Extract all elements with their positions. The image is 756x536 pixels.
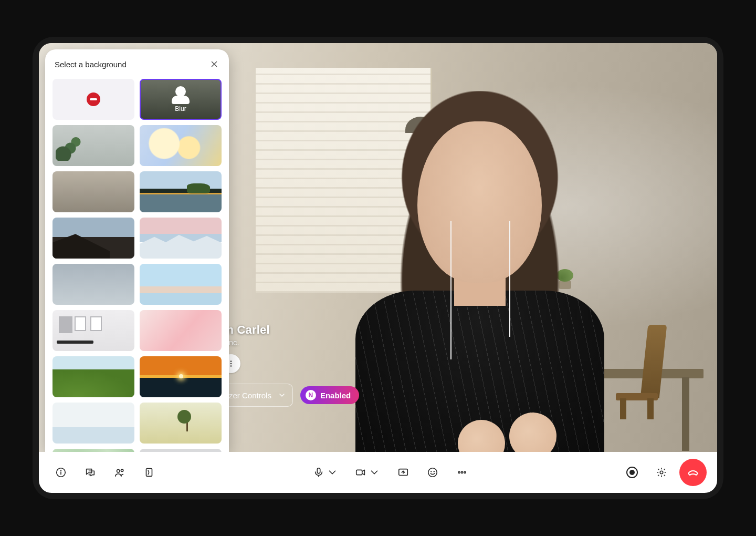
info-button[interactable] [49, 461, 72, 484]
enabled-label: Enabled [320, 391, 351, 400]
panel-title: Select a background [55, 60, 127, 69]
svg-rect-13 [356, 470, 362, 475]
record-button[interactable] [621, 461, 644, 484]
apps-button[interactable] [138, 461, 161, 484]
smile-icon [427, 467, 438, 478]
svg-point-1 [230, 360, 232, 362]
bg-option-green[interactable] [52, 449, 134, 452]
app-frame: Kristin Carlel erolabs, Inc. Organizer C… [33, 37, 723, 499]
bg-option-bokeh[interactable] [140, 125, 222, 166]
toolbar [39, 452, 717, 493]
mic-icon [313, 467, 324, 478]
apps-icon [143, 467, 155, 478]
record-icon [626, 467, 638, 478]
bg-option-grey-mountain[interactable] [140, 449, 222, 452]
enabled-badge[interactable]: N Enabled [300, 386, 359, 404]
svg-point-19 [461, 471, 463, 473]
camera-button[interactable] [350, 461, 385, 484]
chevron-down-icon [369, 467, 380, 478]
settings-button[interactable] [650, 461, 673, 484]
blur-label: Blur [175, 105, 186, 112]
bg-option-mountain-snow[interactable] [140, 218, 222, 259]
reactions-button[interactable] [421, 461, 444, 484]
participants-button[interactable] [108, 461, 131, 484]
chevron-down-icon [278, 391, 286, 399]
more-icon [456, 467, 468, 478]
none-icon [87, 92, 100, 106]
svg-point-10 [121, 469, 123, 471]
bg-option-none[interactable] [52, 79, 134, 120]
svg-point-16 [431, 471, 432, 472]
bg-option-pink[interactable] [140, 310, 222, 351]
bg-option-wood[interactable] [52, 171, 134, 212]
more-button[interactable] [450, 461, 474, 484]
info-icon [55, 467, 67, 478]
camera-icon [355, 467, 366, 478]
bg-option-ice[interactable] [52, 403, 134, 444]
svg-point-3 [230, 365, 232, 366]
badge-glyph: N [306, 390, 316, 400]
svg-point-15 [428, 468, 437, 477]
bg-option-mountain-dark[interactable] [52, 218, 134, 259]
bg-option-tree[interactable] [140, 403, 222, 444]
share-screen-icon [397, 467, 409, 478]
mic-button[interactable] [308, 461, 343, 484]
bg-option-hill[interactable] [52, 356, 134, 397]
svg-point-9 [117, 470, 120, 473]
person-icon [175, 86, 186, 97]
video-stage: Kristin Carlel erolabs, Inc. Organizer C… [39, 43, 717, 452]
phone-down-icon [687, 466, 699, 479]
svg-point-17 [434, 471, 434, 472]
end-call-button[interactable] [679, 459, 707, 486]
bg-option-blur[interactable]: Blur [140, 79, 222, 120]
bg-option-sky[interactable] [52, 264, 134, 305]
gear-icon [656, 467, 667, 478]
bg-option-horizon[interactable] [140, 264, 222, 305]
bg-option-lake[interactable] [140, 171, 222, 212]
svg-point-18 [458, 471, 460, 473]
chat-icon [85, 467, 96, 478]
share-screen-button[interactable] [392, 461, 415, 484]
chat-button[interactable] [79, 461, 102, 484]
people-icon [114, 467, 125, 478]
svg-rect-12 [317, 468, 320, 473]
bg-option-sunset[interactable] [140, 356, 222, 397]
background-panel: Select a background Blur [45, 49, 229, 452]
svg-point-2 [230, 363, 232, 364]
close-button[interactable] [207, 57, 222, 71]
background-grid: Blur [45, 76, 229, 452]
bg-option-branch[interactable] [52, 125, 134, 166]
svg-point-8 [61, 470, 61, 471]
svg-point-20 [464, 471, 466, 473]
chevron-down-icon [327, 467, 338, 478]
bg-option-frames[interactable] [52, 310, 134, 351]
close-icon [209, 59, 219, 69]
svg-point-21 [660, 471, 663, 474]
